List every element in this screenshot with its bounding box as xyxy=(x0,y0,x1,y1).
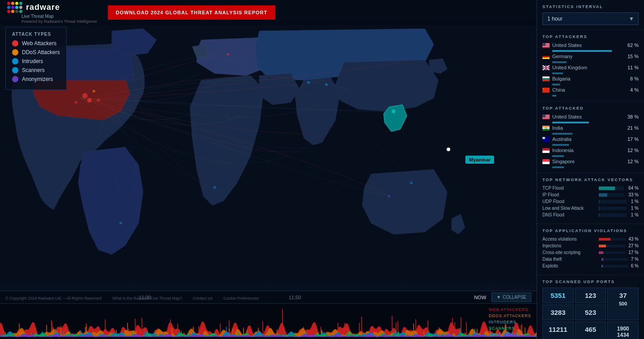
logo-top: radware xyxy=(7,2,97,13)
attacker-country-name: United Kingdom xyxy=(552,65,625,70)
sg-flag xyxy=(542,159,550,164)
violation-name: Access violations xyxy=(542,237,596,242)
violation-name: Data theft xyxy=(542,257,599,262)
world-map-svg xyxy=(0,0,537,303)
scanners-dot xyxy=(12,67,18,73)
violation-pct: 7 % xyxy=(631,257,639,262)
vector-row: Low and Slow Attack 1 % xyxy=(542,206,639,211)
attacker-country-row: United Kingdom 11 % xyxy=(542,65,639,70)
vector-bar-wrap xyxy=(599,200,627,203)
footer: © Copyright 2024 Radware Ltd. – All Righ… xyxy=(0,294,537,302)
stats-interval-select[interactable]: 1 hour 6 hours 24 hours 7 days xyxy=(542,13,639,25)
waveform-labels: WEB ATTACKERS DDOS ATTACKERS INTRUDERS S… xyxy=(489,307,531,337)
logo-dot xyxy=(19,10,22,13)
attacked-country-pct: 17 % xyxy=(627,136,639,142)
vector-pct: 33 % xyxy=(628,192,639,197)
attack-item-ddos[interactable]: DDoS Attackers xyxy=(12,49,60,55)
cn-flag xyxy=(542,88,550,93)
attack-item-scanners[interactable]: Scanners xyxy=(12,67,60,73)
logo-dot xyxy=(19,2,22,5)
waveform-canvas xyxy=(0,304,537,339)
svg-point-12 xyxy=(325,83,328,86)
attacker-country-row: China 4 % xyxy=(542,87,639,93)
logo-dot xyxy=(15,6,18,9)
logo-area: radware Live Threat Map Powered by Radwa… xyxy=(7,2,97,24)
vector-row: IP Flood 33 % xyxy=(542,192,639,197)
svg-point-19 xyxy=(93,90,95,93)
attacker-country-name: China xyxy=(552,87,627,93)
de-bar xyxy=(552,61,567,63)
udp-port-cell: 465 xyxy=(575,322,606,339)
svg-point-11 xyxy=(307,81,310,84)
map-canvas[interactable]: Myanmar xyxy=(0,0,537,303)
attack-item-anonymizers[interactable]: Anonymizers xyxy=(12,76,60,82)
svg-point-17 xyxy=(82,93,88,98)
svg-point-13 xyxy=(388,195,390,198)
intruders-dot xyxy=(12,58,18,64)
footer-cookie-link[interactable]: Cookie Preferences xyxy=(223,296,259,301)
attacked-country-name: Australia xyxy=(552,136,625,142)
attacker-country-name: United States xyxy=(552,42,625,48)
bg-flag xyxy=(542,76,550,81)
violation-row: Cross-site scripting 17 % xyxy=(542,250,639,255)
violation-bar xyxy=(599,251,603,254)
svg-point-7 xyxy=(87,98,92,102)
footer-what-is-link[interactable]: What is the Radware Live Threat Map? xyxy=(112,296,182,301)
stats-interval-title: STATISTICS INTERVAL xyxy=(542,4,639,9)
violation-pct: 43 % xyxy=(628,237,639,242)
vector-bar xyxy=(599,186,615,190)
svg-rect-49 xyxy=(542,119,550,119)
stats-interval-section: STATISTICS INTERVAL 1 hour 6 hours 24 ho… xyxy=(537,0,644,30)
vector-bar-wrap xyxy=(599,186,624,190)
violation-row: Access violations 43 % xyxy=(542,237,639,242)
vector-bar xyxy=(599,213,599,217)
svg-rect-26 xyxy=(542,47,550,47)
attack-item-intruders[interactable]: Intruders xyxy=(12,58,60,64)
svg-rect-24 xyxy=(542,46,550,46)
udp-ports-section: TOP SCANNED UDP PORTS 5351 123 37500 328… xyxy=(537,275,644,339)
footer-contact-link[interactable]: Contact Us xyxy=(193,296,213,301)
stats-interval-wrapper: 1 hour 6 hours 24 hours 7 days ▼ xyxy=(542,13,639,25)
top-attacked-section: TOP ATTACKED United States 38 % India 21… xyxy=(537,102,644,173)
web-attackers-dot xyxy=(12,40,18,47)
attacker-country-name: Germany xyxy=(552,54,625,59)
violation-pct: 27 % xyxy=(628,243,639,248)
logo-powered: Powered by Radware's Threat Intelligence xyxy=(21,19,97,24)
vector-bar-wrap xyxy=(599,207,627,210)
vector-name: TCP Flood xyxy=(542,186,596,191)
violation-name: Injections xyxy=(542,243,596,248)
violation-bar xyxy=(599,238,610,241)
de-flag xyxy=(542,54,550,59)
attacked-country-pct: 21 % xyxy=(627,125,639,131)
panel-collapse-tab[interactable]: COLLAPSE xyxy=(537,18,537,55)
svg-rect-47 xyxy=(542,117,550,118)
web-attackers-label: Web Attackers xyxy=(22,40,56,47)
vector-name: DNS Flood xyxy=(542,212,596,217)
violation-bar-wrap xyxy=(601,265,628,267)
attacker-country-row: Germany 15 % xyxy=(542,54,639,59)
logo-tagline: Live Threat Map xyxy=(21,14,97,19)
attacked-country-name: Singapore xyxy=(552,159,625,164)
ddos-attackers-dot xyxy=(12,49,18,55)
download-report-button[interactable]: DOWNLOAD 2024 GLOBAL THREAT ANALYSIS REP… xyxy=(108,5,276,20)
vector-bar-wrap xyxy=(599,213,627,217)
attacked-country-row: India 21 % xyxy=(542,125,639,131)
attack-item-web[interactable]: Web Attackers xyxy=(12,40,60,47)
vector-bar xyxy=(599,207,599,210)
svg-point-9 xyxy=(227,53,230,55)
vector-bar-wrap xyxy=(599,193,624,197)
anonymizers-label: Anonymizers xyxy=(22,76,53,82)
logo-dot xyxy=(11,10,14,13)
ddos-attackers-label: DDoS Attackers xyxy=(22,49,60,55)
vector-name: Low and Slow Attack xyxy=(542,206,596,211)
svg-point-15 xyxy=(119,222,122,225)
violation-bar xyxy=(599,245,606,247)
wl-ddos: DDOS ATTACKERS xyxy=(489,314,531,318)
attacker-country-pct: 11 % xyxy=(627,65,639,70)
attacker-country-pct: 62 % xyxy=(627,42,639,48)
logo-dot xyxy=(7,2,10,5)
violation-row: Exploits 6 % xyxy=(542,263,639,268)
vector-bar xyxy=(599,200,599,203)
logo-dots xyxy=(7,2,22,13)
us-bar xyxy=(552,50,612,52)
